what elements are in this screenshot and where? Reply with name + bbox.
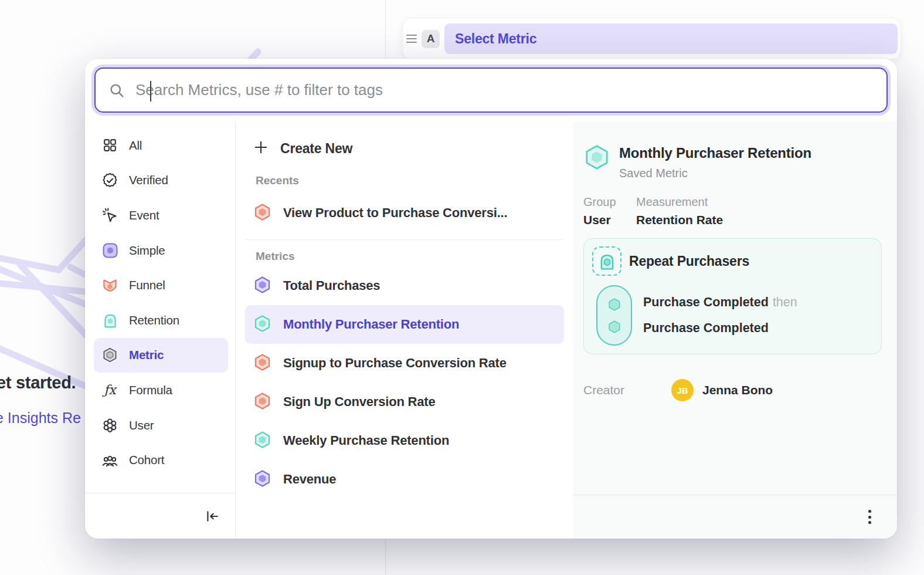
sidebar-item-label: Retention — [129, 313, 179, 327]
metric-row-signup-to-purchase-conversion-rate[interactable]: Signup to Purchase Conversion Rate — [245, 344, 564, 383]
metric-row-total-purchases[interactable]: Total Purchases — [245, 266, 564, 305]
retention-icon — [102, 312, 118, 328]
plus-icon — [253, 140, 269, 157]
sidebar-item-all[interactable]: All — [94, 128, 228, 163]
metric-hexagon-icon — [102, 347, 118, 363]
retention-step-connector: then — [773, 295, 797, 309]
detail-footer — [573, 495, 897, 539]
group-value: User — [583, 213, 622, 227]
sidebar-footer — [85, 493, 235, 539]
search-icon — [108, 82, 125, 99]
metric-picker-modal: All Verified — [85, 59, 897, 539]
metric-row-sign-up-conversion-rate[interactable]: Sign Up Conversion Rate — [245, 383, 564, 421]
funnel-metric-hexagon-icon — [253, 392, 271, 412]
metric-row-monthly-purchaser-retention[interactable]: Monthly Purchaser Retention — [245, 305, 564, 344]
search-box[interactable] — [94, 67, 888, 113]
cursor-click-icon — [102, 207, 118, 223]
detail-subtitle: Saved Metric — [619, 167, 811, 180]
drag-handle-icon[interactable] — [406, 35, 417, 43]
recents-header: Recents — [256, 174, 564, 187]
sidebar-item-label: Verified — [129, 173, 168, 187]
text-caret — [150, 81, 151, 102]
search-section — [85, 59, 897, 113]
sidebar-item-label: All — [129, 138, 142, 153]
measurement-label: Measurement — [636, 195, 723, 209]
select-metric-dropdown[interactable]: Select Metric — [444, 23, 898, 54]
metric-row-revenue[interactable]: Revenue — [245, 460, 564, 499]
sidebar-item-formula[interactable]: ƒx Formula — [94, 373, 228, 408]
sidebar-item-funnel[interactable]: Funnel — [94, 268, 228, 303]
retention-steps-icon — [592, 246, 621, 276]
sidebar-item-simple[interactable]: Simple — [94, 233, 228, 268]
cohort-icon — [102, 452, 118, 468]
recent-metric-row[interactable]: View Product to Purchase Conversi... — [245, 194, 564, 232]
creator-avatar[interactable]: JB — [671, 379, 694, 401]
recent-metric-label: View Product to Purchase Conversi... — [283, 205, 507, 221]
metric-row-label: Total Purchases — [283, 278, 380, 293]
sidebar-item-label: Simple — [129, 243, 165, 258]
creator-name: Jenna Bono — [702, 383, 773, 397]
grid-icon — [102, 137, 118, 153]
funnel-metric-hexagon-icon — [253, 353, 271, 374]
metric-row-label: Revenue — [283, 472, 336, 487]
metric-row-weekly-purchase-retention[interactable]: Weekly Purchase Retention — [245, 421, 564, 460]
list-divider — [246, 239, 563, 240]
sidebar-item-metric[interactable]: Metric — [94, 338, 228, 373]
retention-metric-hexagon-icon — [253, 431, 271, 451]
background-headline-fragment: et started. — [0, 373, 76, 393]
measurement-value: Retention Rate — [636, 213, 723, 227]
saved-metric-definition-card: Repeat Purchasers — [583, 238, 882, 354]
metric-list-column: Create New Recents View Product to Purch… — [236, 121, 573, 539]
retention-step-1: Purchase Completed — [643, 295, 769, 309]
retention-metric-hexagon-icon — [253, 314, 271, 335]
verified-badge-icon — [102, 172, 118, 188]
simple-metric-hexagon-icon — [253, 276, 271, 296]
sidebar-item-cohort[interactable]: Cohort — [94, 442, 228, 478]
metric-detail-panel: Monthly Purchaser Retention Saved Metric… — [573, 121, 897, 539]
metric-row-label: Monthly Purchaser Retention — [283, 317, 459, 332]
sidebar-item-label: Metric — [129, 348, 164, 362]
create-new-label: Create New — [280, 141, 352, 157]
sidebar-item-retention[interactable]: Retention — [94, 303, 228, 338]
sidebar-item-label: Cohort — [129, 453, 164, 467]
create-new-button[interactable]: Create New — [245, 131, 564, 165]
sidebar-item-user[interactable]: User — [94, 408, 228, 443]
sidebar-item-event[interactable]: Event — [94, 198, 228, 233]
sidebar-item-label: Event — [129, 208, 159, 222]
retention-step-2: Purchase Completed — [643, 321, 769, 335]
sidebar-item-label: Formula — [129, 383, 172, 397]
group-label: Group — [583, 195, 622, 209]
metric-row-label: Sign Up Conversion Rate — [283, 394, 435, 410]
user-cluster-icon — [102, 417, 118, 433]
metrics-header: Metrics — [256, 250, 564, 263]
funnel-metric-hexagon-icon — [253, 203, 271, 224]
metric-row-label: Weekly Purchase Retention — [283, 433, 449, 448]
sidebar-item-label: User — [129, 418, 154, 432]
detail-title: Monthly Purchaser Retention — [619, 144, 811, 161]
select-metric-label: Select Metric — [455, 31, 536, 47]
saved-card-title: Repeat Purchasers — [629, 253, 749, 269]
sidebar-item-label: Funnel — [129, 278, 165, 292]
more-options-icon[interactable] — [865, 506, 875, 527]
metric-row-card: A Select Metric — [402, 18, 901, 60]
simple-metric-hexagon-icon — [253, 469, 271, 490]
background-insights-link[interactable]: e Insights Re — [0, 410, 81, 427]
creator-label: Creator — [583, 383, 671, 397]
metric-row-label: Signup to Purchase Conversion Rate — [283, 356, 507, 371]
collapse-sidebar-icon[interactable] — [205, 509, 220, 524]
retention-steps-capsule-icon — [596, 285, 632, 346]
sidebar-item-verified[interactable]: Verified — [94, 163, 228, 198]
metric-row-badge[interactable]: A — [422, 30, 440, 48]
retention-metric-hexagon-icon-large — [583, 144, 610, 180]
search-input[interactable] — [135, 81, 874, 99]
simple-metric-icon — [102, 242, 118, 258]
funnel-icon — [102, 278, 118, 293]
formula-icon: ƒx — [102, 382, 118, 398]
filter-sidebar: All Verified — [85, 121, 236, 539]
